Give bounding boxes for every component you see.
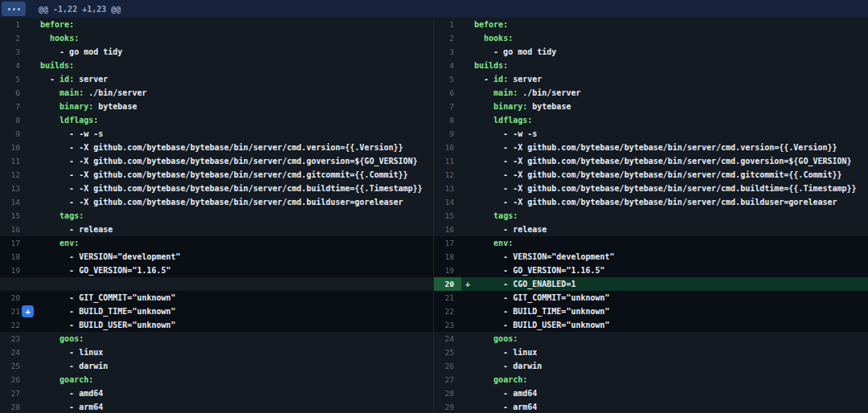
line-marker [461,31,474,45]
code-line: hooks: [474,31,513,45]
line-number: 27 [0,386,27,400]
line-number: 20 [434,277,461,291]
code-line: - -X github.com/bytebase/bytebase/bin/se… [474,195,837,209]
line-number: 15 [0,209,27,223]
code-line: - -w -s [474,127,537,141]
code-line: goarch: [474,373,527,386]
diff-row: 14 - -X github.com/bytebase/bytebase/bin… [434,195,868,209]
diff-row: 15 tags: [0,209,433,223]
diff-hunk-header: @@ -1,22 +1,23 @@ [0,0,868,18]
diff-row: 2 hooks: [0,31,433,45]
diff-row: 23 - BUILD_USER="unknown" [434,318,868,332]
diff-row: 19 - GO_VERSION="1.16.5" [434,264,868,277]
line-number: 24 [434,332,461,346]
diff-row: 10 - -X github.com/bytebase/bytebase/bin… [434,141,868,154]
code-line: - darwin [40,359,108,373]
line-number: 16 [0,223,27,236]
diff-row: 23 goos: [0,332,433,346]
line-marker [461,100,474,113]
line-marker [461,400,474,413]
diff-row: 25 - linux [434,346,868,359]
code-line: - release [40,223,113,236]
diff-row: 22 - BUILD_USER="unknown" [0,318,433,332]
hunk-range-label: @@ -1,22 +1,23 @@ [39,5,121,14]
diff-row: 18 - VERSION="development" [434,250,868,264]
pane-old-version: 1before:2 hooks:3 - go mod tidy4builds:5… [0,18,434,413]
line-number: 19 [0,264,27,277]
line-number: 11 [434,154,461,168]
line-number: 3 [434,45,461,59]
line-number: 14 [0,195,27,209]
line-marker [27,141,40,154]
line-marker [461,346,474,359]
line-marker [461,168,474,182]
code-line: - -X github.com/bytebase/bytebase/bin/se… [40,141,403,154]
code-line: - id: server [40,72,108,86]
diff-row: 2 hooks: [434,31,868,45]
code-line: - -w -s [40,127,103,141]
diff-row: 29 - arm64 [434,400,868,413]
line-marker [27,195,40,209]
diff-row: 3 - go mod tidy [0,45,433,59]
code-line: - linux [40,346,103,359]
line-marker [27,223,40,236]
line-marker [27,18,40,31]
code-line: - -X github.com/bytebase/bytebase/bin/se… [474,168,842,182]
code-line: builds: [474,59,508,72]
ellipsis-icon [8,8,10,10]
line-number: 29 [434,400,461,413]
line-marker [27,318,40,332]
diff-row: 1before: [0,18,433,31]
line-number: 8 [434,113,461,127]
add-comment-button[interactable]: + [22,305,34,317]
line-marker [27,113,40,127]
diff-row: 1before: [434,18,868,31]
diff-row: 21+ - BUILD_TIME="unknown" [0,305,433,318]
line-number: 13 [0,182,27,195]
line-marker [461,86,474,100]
diff-row: 7 binary: bytebase [0,100,433,113]
line-marker [27,264,40,277]
line-marker [461,373,474,386]
line-marker [27,31,40,45]
diff-row: 20 - GIT_COMMIT="unknown" [0,291,433,305]
line-number: 17 [0,236,27,250]
line-number: 12 [0,168,27,182]
code-line: before: [474,18,508,31]
diff-row: 6 main: ./bin/server [434,86,868,100]
line-number: 1 [434,18,461,31]
diff-row: 10 - -X github.com/bytebase/bytebase/bin… [0,141,433,154]
code-line: - -X github.com/bytebase/bytebase/bin/se… [40,168,408,182]
line-marker [27,100,40,113]
diff-row: 12 - -X github.com/bytebase/bytebase/bin… [0,168,433,182]
line-number: 11 [0,154,27,168]
line-marker [461,72,474,86]
line-number: 2 [0,31,27,45]
line-number: 23 [0,332,27,346]
line-marker [461,291,474,305]
line-marker [27,86,40,100]
line-number: 25 [434,346,461,359]
pane-new-version: 1before:2 hooks:3 - go mod tidy4builds:5… [434,18,868,413]
line-number: 2 [434,31,461,45]
diff-row: 26 goarch: [0,373,433,386]
code-line: binary: bytebase [474,100,571,113]
diff-row: 13 - -X github.com/bytebase/bytebase/bin… [0,182,433,195]
diff-row: 3 - go mod tidy [434,45,868,59]
code-line: - BUILD_TIME="unknown" [474,305,610,318]
line-marker [461,250,474,264]
line-number: 5 [434,72,461,86]
diff-row: 12 - -X github.com/bytebase/bytebase/bin… [434,168,868,182]
added-line-marker: + [461,277,474,291]
diff-split-view: 1before:2 hooks:3 - go mod tidy4builds:5… [0,18,868,413]
expand-diff-button[interactable] [2,2,26,16]
line-marker [27,154,40,168]
line-number: 1 [0,18,27,31]
line-number: 26 [434,359,461,373]
code-line: binary: bytebase [40,100,137,113]
line-number: 26 [0,373,27,386]
diff-row: 11 - -X github.com/bytebase/bytebase/bin… [434,154,868,168]
line-marker [461,195,474,209]
line-number: 6 [434,86,461,100]
diff-row: 6 main: ./bin/server [0,86,433,100]
